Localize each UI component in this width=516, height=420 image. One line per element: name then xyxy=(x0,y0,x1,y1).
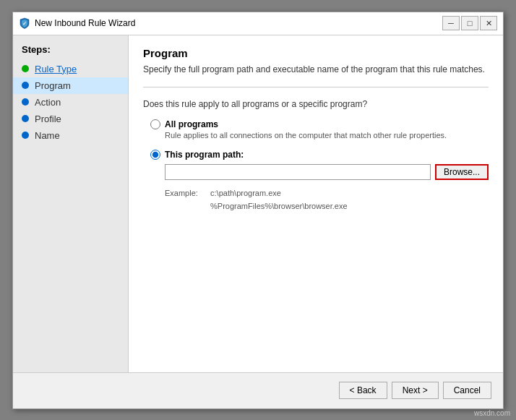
program-path-input[interactable] xyxy=(165,164,431,180)
all-programs-row: All programs xyxy=(150,119,489,129)
window-title: New Inbound Rule Wizard xyxy=(35,18,135,28)
action-dot xyxy=(22,98,29,106)
divider xyxy=(143,87,489,87)
example-line1: c:\path\program.exe xyxy=(210,189,281,197)
program-dot xyxy=(22,82,29,89)
program-path-row: This program path: xyxy=(150,150,489,160)
all-programs-option: All programs Rule applies to all connect… xyxy=(150,119,489,140)
main-content: Program Specify the full program path an… xyxy=(129,35,503,372)
question-text: Does this rule apply to all programs or … xyxy=(143,99,489,109)
sidebar-label-profile: Profile xyxy=(35,113,61,124)
content-area: Steps: Rule Type Program Action Profile … xyxy=(13,35,503,372)
sidebar-item-profile[interactable]: Profile xyxy=(13,111,128,127)
footer: < Back Next > Cancel xyxy=(13,372,503,408)
program-path-option: This program path: Browse... Example: c:… xyxy=(150,150,489,213)
steps-label: Steps: xyxy=(13,44,128,61)
window-controls: ─ □ ✕ xyxy=(442,16,497,30)
sidebar-label-action: Action xyxy=(35,97,61,108)
sidebar: Steps: Rule Type Program Action Profile … xyxy=(13,35,129,372)
all-programs-desc: Rule applies to all connections on the c… xyxy=(165,131,489,140)
sidebar-item-program[interactable]: Program xyxy=(13,77,128,94)
path-input-section: Browse... xyxy=(165,164,489,180)
watermark: wsxdn.com xyxy=(474,409,510,417)
page-title: Program xyxy=(143,47,489,59)
svg-text:✓: ✓ xyxy=(22,21,27,26)
program-path-radio[interactable] xyxy=(150,150,160,160)
sidebar-item-rule-type[interactable]: Rule Type xyxy=(13,61,128,77)
close-button[interactable]: ✕ xyxy=(480,16,497,30)
title-bar: ✓ New Inbound Rule Wizard ─ □ ✕ xyxy=(13,12,503,35)
minimize-button[interactable]: ─ xyxy=(442,16,460,30)
browse-button[interactable]: Browse... xyxy=(435,164,489,180)
maximize-button[interactable]: □ xyxy=(461,16,478,30)
name-dot xyxy=(22,132,29,139)
radio-group: All programs Rule applies to all connect… xyxy=(150,119,489,213)
example-line2: %ProgramFiles%\browser\browser.exe xyxy=(210,202,348,210)
example-text: Example: c:\path\program.exe %ProgramFil… xyxy=(165,187,489,213)
sidebar-label-rule-type: Rule Type xyxy=(35,64,77,74)
sidebar-item-action[interactable]: Action xyxy=(13,94,128,111)
sidebar-label-name: Name xyxy=(35,130,60,141)
cancel-button[interactable]: Cancel xyxy=(443,382,491,399)
next-button[interactable]: Next > xyxy=(392,382,439,399)
all-programs-radio[interactable] xyxy=(150,119,160,129)
program-path-label: This program path: xyxy=(165,150,244,160)
app-icon: ✓ xyxy=(19,17,30,29)
rule-type-dot xyxy=(22,65,29,72)
title-bar-left: ✓ New Inbound Rule Wizard xyxy=(19,17,135,29)
all-programs-label: All programs xyxy=(165,119,218,129)
back-button[interactable]: < Back xyxy=(339,382,387,399)
sidebar-item-name[interactable]: Name xyxy=(13,127,128,144)
page-description: Specify the full program path and execut… xyxy=(143,64,489,76)
example-label: Example: xyxy=(165,187,208,200)
profile-dot xyxy=(22,115,29,122)
sidebar-label-program: Program xyxy=(35,80,71,91)
wizard-window: ✓ New Inbound Rule Wizard ─ □ ✕ Steps: R… xyxy=(12,12,504,409)
